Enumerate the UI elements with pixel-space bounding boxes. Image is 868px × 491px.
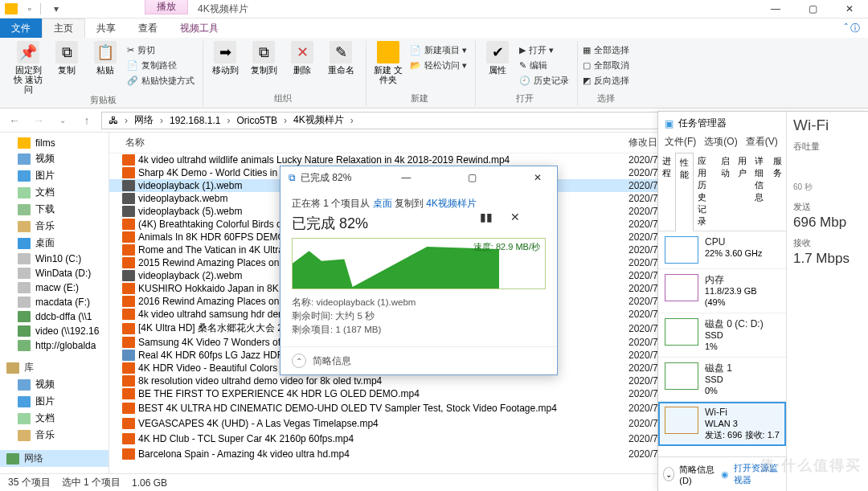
maximize-button[interactable]: ▢	[794, 0, 831, 18]
qat-save-icon[interactable]: ▫	[23, 2, 37, 16]
tm-tab[interactable]: 应用历史记录	[694, 152, 717, 231]
select-all-button[interactable]: ▦ 全部选择	[583, 44, 629, 56]
copy-path-button[interactable]: 📄 复制路径	[127, 59, 194, 72]
chevron-up-icon[interactable]: ⌃	[292, 354, 306, 368]
tab-file[interactable]: 文件	[0, 18, 42, 38]
tm-tab[interactable]: 服务	[769, 152, 786, 231]
move-to-button[interactable]: ➡移动到	[208, 41, 242, 75]
sidebar-item[interactable]: 视频	[0, 150, 108, 167]
copy-button[interactable]: ⧉复制	[50, 41, 84, 75]
delete-button[interactable]: ✕删除	[285, 41, 319, 75]
sidebar-icon	[18, 170, 31, 182]
tab-share[interactable]: 共享	[85, 18, 127, 38]
dialog-cancel-icon[interactable]: ✕	[510, 211, 520, 223]
tm-perf-item[interactable]: CPU22% 3.60 GHz	[658, 231, 786, 269]
tm-tab[interactable]: 启动	[717, 152, 734, 231]
breadcrumb-root-icon[interactable]: 🖧	[105, 115, 121, 126]
breadcrumb-item[interactable]: 192.168.1.1	[166, 115, 223, 126]
tm-perf-item[interactable]: 磁盘 1SSD 0%	[658, 358, 786, 402]
paste-icon: 📋	[94, 41, 117, 63]
ribbon-help-icon[interactable]: ˆ ⓘ	[837, 18, 868, 38]
tm-perf-item[interactable]: 内存11.8/23.9 GB (49%	[658, 269, 786, 313]
chevron-down-icon[interactable]: ⌄	[663, 467, 674, 481]
sidebar-item[interactable]: http://globalda	[0, 338, 108, 353]
sidebar-item[interactable]: macdata (F:)	[0, 295, 108, 309]
pin-button[interactable]: 📌固定到快 速访问	[11, 41, 45, 94]
dialog-pause-icon[interactable]: ▮▮	[480, 211, 493, 223]
breadcrumb-item[interactable]: 4K视频样片	[290, 113, 347, 127]
tm-menu-item[interactable]: 选项(O)	[704, 135, 737, 149]
cut-button[interactable]: ✂ 剪切	[127, 44, 194, 56]
tm-tab[interactable]: 进程	[658, 152, 675, 231]
ribbon: 📌固定到快 速访问 ⧉复制 📋粘贴 ✂ 剪切 📄 复制路径 🔗 粘贴快捷方式 剪…	[0, 38, 868, 108]
tm-perf-item[interactable]: Wi-FiWLAN 3 发送: 696 接收: 1.7	[658, 402, 786, 446]
sidebar-item[interactable]: 桌面	[0, 235, 108, 252]
sidebar-item[interactable]: WinData (D:)	[0, 266, 108, 280]
dialog-max-icon[interactable]: ▢	[461, 172, 483, 183]
sidebar-item[interactable]: 视频	[0, 376, 108, 393]
tm-brief-toggle[interactable]: 简略信息(D)	[679, 464, 716, 485]
dialog-close-icon[interactable]: ✕	[526, 172, 549, 183]
sidebar-item[interactable]: ddcb-dffa (\\1	[0, 309, 108, 324]
tab-view[interactable]: 查看	[127, 18, 169, 38]
close-button[interactable]: ✕	[831, 0, 868, 18]
sidebar-item[interactable]: macw (E:)	[0, 280, 108, 295]
tab-video-tools[interactable]: 视频工具	[169, 18, 230, 38]
new-folder-button[interactable]: 新建 文件夹	[371, 41, 405, 84]
sidebar-item[interactable]: video (\\192.16	[0, 324, 108, 338]
file-icon	[122, 296, 135, 307]
tm-tabs[interactable]: 进程性能应用历史记录启动用户详细信息服务	[658, 152, 786, 231]
copy-to-button[interactable]: ⧉复制到	[247, 41, 280, 75]
tm-tab[interactable]: 详细信息	[751, 152, 769, 231]
dialog-min-icon[interactable]: —	[395, 172, 417, 183]
dialog-brief-toggle[interactable]: 简略信息	[313, 354, 351, 368]
tm-tab[interactable]: 性能	[675, 153, 694, 231]
breadcrumb-item[interactable]: Orico5TB	[233, 115, 280, 126]
tm-throughput-label: 吞吐量	[793, 141, 862, 153]
breadcrumb-item[interactable]: 网络	[131, 113, 157, 127]
dialog-dst-link[interactable]: 4K视频样片	[426, 198, 477, 209]
sidebar-lib-header[interactable]: 库	[0, 359, 108, 376]
sidebar-network-header[interactable]: 网络	[0, 450, 108, 467]
file-icon	[122, 337, 135, 348]
sidebar-item[interactable]: 音乐	[0, 218, 108, 235]
folder-icon	[5, 3, 18, 14]
paste-button[interactable]: 📋粘贴	[88, 41, 122, 75]
sidebar-icon	[18, 379, 31, 391]
sidebar-item[interactable]: 文档	[0, 410, 108, 427]
back-button[interactable]: ←	[5, 111, 24, 130]
ribbon-tabs: 文件 主页 共享 查看 视频工具 ˆ ⓘ	[0, 18, 868, 38]
tm-perf-item[interactable]: 磁盘 0 (C: D:)SSD 1%	[658, 313, 786, 358]
minimize-button[interactable]: —	[757, 0, 794, 18]
edit-button[interactable]: ✎ 编辑	[519, 59, 569, 72]
easy-access-button[interactable]: 📂 轻松访问 ▾	[410, 59, 467, 72]
sidebar-item[interactable]: 音乐	[0, 427, 108, 444]
forward-button[interactable]: →	[29, 111, 48, 130]
rename-button[interactable]: ✎重命名	[324, 41, 358, 75]
dialog-src-link[interactable]: 桌面	[373, 198, 392, 209]
tm-menu-item[interactable]: 查看(V)	[746, 135, 778, 149]
sidebar-item[interactable]: 图片	[0, 393, 108, 410]
dialog-graph: 速度: 82.9 MB/秒	[292, 238, 546, 289]
new-item-button[interactable]: 📄 新建项目 ▾	[410, 44, 467, 56]
tm-menubar[interactable]: 文件(F)选项(O)查看(V)	[658, 135, 786, 152]
sidebar-item[interactable]: 文档	[0, 184, 108, 201]
open-button[interactable]: ▶ 打开 ▾	[519, 44, 569, 56]
select-none-button[interactable]: ▢ 全部取消	[583, 59, 629, 72]
paste-shortcut-button[interactable]: 🔗 粘贴快捷方式	[127, 75, 194, 87]
tm-menu-item[interactable]: 文件(F)	[665, 135, 696, 149]
file-icon	[122, 362, 135, 374]
tm-tab[interactable]: 用户	[734, 152, 751, 231]
up-button[interactable]: ↑	[77, 111, 96, 130]
sidebar-item[interactable]: films	[0, 136, 108, 150]
tab-home[interactable]: 主页	[42, 18, 85, 38]
properties-button[interactable]: ✔属性	[481, 41, 514, 75]
sidebar-item[interactable]: 图片	[0, 167, 108, 184]
select-inverse-button[interactable]: ◩ 反向选择	[583, 75, 629, 87]
history-button[interactable]: 🕘 历史记录	[519, 75, 569, 87]
recent-dropdown[interactable]: ⌄	[53, 111, 72, 130]
file-icon	[122, 231, 135, 243]
sidebar-item[interactable]: Win10 (C:)	[0, 252, 108, 266]
qat-dropdown-icon[interactable]: ▾	[49, 2, 63, 16]
sidebar-item[interactable]: 下载	[0, 201, 108, 218]
